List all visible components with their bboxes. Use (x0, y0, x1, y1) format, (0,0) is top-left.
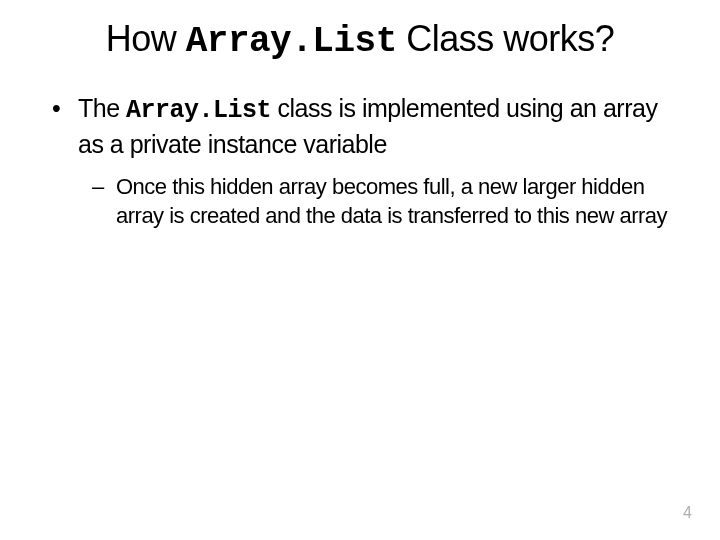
sub1-text: Once this hidden array becomes full, a n… (116, 174, 667, 229)
bullet-level-1: The Array.List class is implemented usin… (48, 92, 672, 162)
title-text-1: How (106, 18, 186, 59)
bullet1-code: Array.List (126, 96, 271, 125)
title-text-2: Class works? (397, 18, 615, 59)
title-code: Array.List (186, 21, 397, 62)
slide-title: How Array.List Class works? (0, 0, 720, 92)
slide-content: The Array.List class is implemented usin… (0, 92, 720, 231)
page-number: 4 (683, 504, 692, 522)
bullet1-text-1: The (78, 94, 126, 122)
bullet-level-2: Once this hidden array becomes full, a n… (48, 172, 672, 231)
